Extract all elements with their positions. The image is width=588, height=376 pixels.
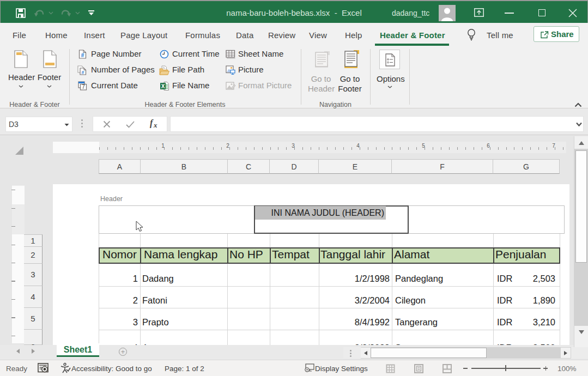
svg-text:X: X bbox=[161, 83, 165, 89]
svg-text:#: # bbox=[81, 70, 84, 75]
svg-text:#: # bbox=[81, 52, 84, 58]
svg-text:7: 7 bbox=[82, 84, 85, 90]
